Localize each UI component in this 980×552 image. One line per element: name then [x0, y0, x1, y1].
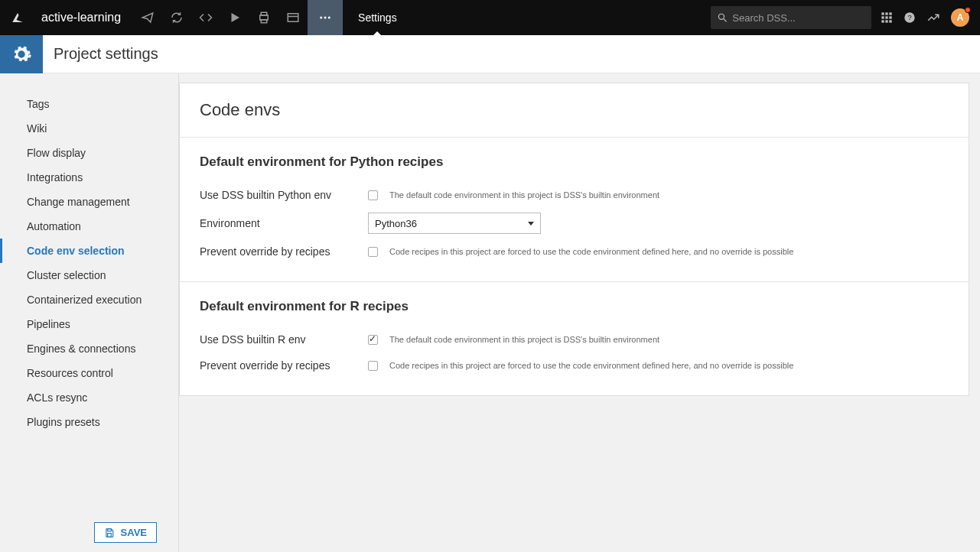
tab-settings[interactable]: Settings [343, 0, 412, 35]
svg-rect-13 [881, 16, 884, 18]
sidebar-item-plugins-presets[interactable]: Plugins presets [0, 410, 178, 434]
select-python-env-value: Python36 [375, 218, 417, 229]
code-icon[interactable] [191, 0, 220, 35]
sidebar-item-change-management[interactable]: Change management [0, 190, 178, 214]
sidebar-item-containerized-execution[interactable]: Containerized execution [0, 287, 178, 312]
hint-r-prevent: Code recipes in this project are forced … [389, 361, 793, 370]
play-icon[interactable] [220, 0, 249, 35]
svg-point-8 [718, 14, 724, 19]
sidebar-item-tags[interactable]: Tags [0, 92, 178, 116]
hint-r-builtin: The default code environment in this pro… [389, 335, 659, 344]
settings-card: Code envs Default environment for Python… [179, 83, 969, 396]
python-heading: Default environment for Python recipes [200, 154, 949, 170]
avatar[interactable]: A [951, 8, 969, 27]
svg-rect-3 [288, 14, 298, 22]
page-title: Project settings [54, 45, 158, 63]
checkbox-python-builtin[interactable] [368, 190, 378, 200]
layout-icon[interactable] [278, 0, 308, 35]
svg-rect-0 [260, 15, 269, 20]
print-icon[interactable] [249, 0, 278, 35]
svg-point-7 [328, 17, 330, 19]
hint-python-prevent: Code recipes in this project are forced … [389, 247, 793, 256]
sidebar-item-cluster-selection[interactable]: Cluster selection [0, 263, 178, 287]
sidebar-item-pipelines[interactable]: Pipelines [0, 312, 178, 336]
label-r-prevent: Prevent override by recipes [200, 359, 368, 372]
save-button[interactable]: SAVE [94, 522, 157, 543]
checkbox-r-prevent[interactable] [368, 361, 378, 371]
select-python-env[interactable]: Python36 [368, 213, 541, 234]
svg-rect-2 [261, 20, 267, 23]
project-name[interactable]: active-learning [35, 11, 127, 24]
caret-down-icon [528, 222, 534, 226]
row-python-env: Environment Python36 [200, 208, 949, 239]
svg-rect-22 [107, 533, 111, 537]
label-python-builtin: Use DSS builtin Python env [200, 189, 368, 201]
sidebar-item-resources-control[interactable]: Resources control [0, 361, 178, 385]
avatar-initial: A [957, 12, 964, 23]
save-icon [104, 528, 115, 538]
svg-rect-15 [889, 16, 891, 18]
top-icon-bar [133, 0, 343, 35]
svg-rect-16 [881, 20, 884, 22]
row-r-builtin: Use DSS builtin R env The default code e… [200, 326, 949, 352]
settings-icon [0, 35, 43, 73]
app-logo[interactable] [0, 0, 35, 35]
label-python-prevent: Prevent override by recipes [200, 245, 368, 258]
sidebar-item-code-env-selection[interactable]: Code env selection [0, 239, 178, 263]
sidebar: Tags Wiki Flow display Integrations Chan… [0, 73, 179, 552]
svg-rect-10 [881, 12, 884, 15]
svg-point-5 [320, 17, 322, 19]
sidebar-items: Tags Wiki Flow display Integrations Chan… [0, 92, 178, 513]
sidebar-item-integrations[interactable]: Integrations [0, 165, 178, 190]
page-header: Project settings [0, 35, 980, 73]
svg-line-9 [724, 19, 727, 22]
search-icon [717, 11, 728, 24]
svg-rect-17 [885, 20, 887, 22]
cycle-icon[interactable] [162, 0, 191, 35]
topbar: active-learning Settings ? A [0, 0, 980, 35]
hint-python-builtin: The default code environment in this pro… [389, 190, 659, 200]
search-box[interactable] [711, 6, 871, 29]
save-label: SAVE [121, 527, 147, 538]
label-r-builtin: Use DSS builtin R env [200, 333, 368, 346]
svg-rect-11 [885, 12, 887, 15]
apps-icon[interactable] [881, 11, 893, 24]
svg-rect-21 [107, 528, 111, 531]
sidebar-item-wiki[interactable]: Wiki [0, 116, 178, 141]
search-input[interactable] [732, 12, 865, 24]
svg-rect-14 [885, 16, 887, 18]
svg-rect-18 [889, 20, 891, 22]
main-content: Code envs Default environment for Python… [179, 73, 980, 552]
svg-rect-1 [261, 12, 267, 15]
right-icons: ? A [881, 8, 980, 27]
sidebar-item-automation[interactable]: Automation [0, 214, 178, 239]
checkbox-python-prevent[interactable] [368, 247, 378, 257]
python-section: Default environment for Python recipes U… [180, 138, 969, 282]
sidebar-item-engines-connections[interactable]: Engines & connections [0, 336, 178, 361]
svg-point-6 [324, 17, 327, 19]
card-title-section: Code envs [180, 83, 969, 138]
more-icon[interactable] [308, 0, 343, 35]
sidebar-item-acls-resync[interactable]: ACLs resync [0, 385, 178, 410]
sidebar-item-flow-display[interactable]: Flow display [0, 141, 178, 165]
svg-text:?: ? [907, 14, 911, 21]
svg-rect-12 [889, 12, 891, 15]
card-title: Code envs [200, 100, 949, 120]
r-section: Default environment for R recipes Use DS… [180, 282, 969, 395]
send-icon[interactable] [133, 0, 162, 35]
trend-icon[interactable] [926, 11, 940, 24]
row-python-builtin: Use DSS builtin Python env The default c… [200, 182, 949, 208]
notification-dot [965, 7, 971, 13]
label-python-env: Environment [200, 217, 368, 229]
checkbox-r-builtin[interactable] [368, 335, 378, 345]
row-r-prevent: Prevent override by recipes Code recipes… [200, 352, 949, 378]
row-python-prevent: Prevent override by recipes Code recipes… [200, 239, 949, 265]
r-heading: Default environment for R recipes [200, 299, 949, 314]
help-icon[interactable]: ? [903, 11, 916, 24]
